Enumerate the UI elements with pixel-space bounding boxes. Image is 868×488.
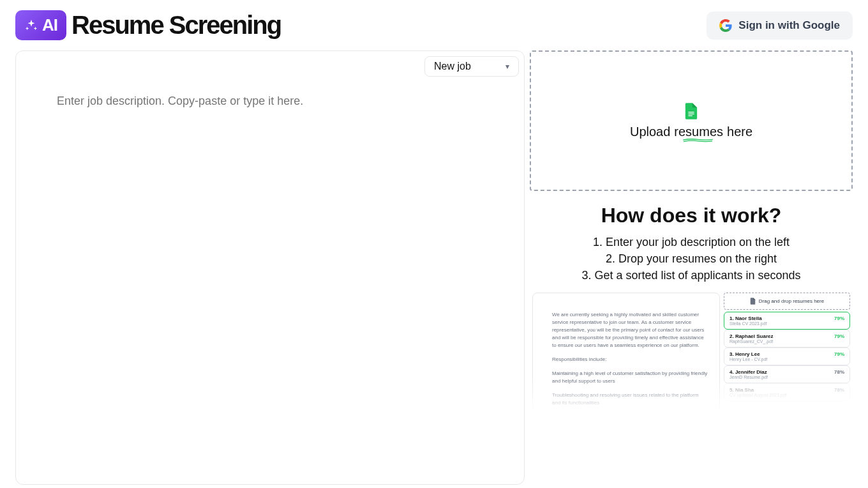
applicant-score: 79% bbox=[834, 333, 844, 339]
file-icon bbox=[750, 298, 756, 305]
applicant-name: 2. Raphael Suarez bbox=[730, 333, 773, 339]
signin-label: Sign in with Google bbox=[738, 19, 840, 32]
how-step-3: 3. Get a sorted list of applicants in se… bbox=[530, 267, 853, 284]
applicant-card: 4. Jennifer Diaz JennD Resume.pdf 78% bbox=[724, 365, 850, 383]
google-icon bbox=[719, 19, 732, 32]
header: AI Resume Screening Sign in with Google bbox=[0, 0, 868, 50]
job-select[interactable]: New job ▾ bbox=[424, 56, 519, 77]
applicant-name: 1. Naor Stella bbox=[730, 316, 767, 321]
how-title: How does it work? bbox=[530, 204, 853, 227]
sparkle-icon bbox=[24, 19, 38, 33]
ai-badge: AI bbox=[15, 10, 66, 40]
preview: We are currently seeking a highly motiva… bbox=[530, 293, 853, 411]
applicant-file: JennD Resume.pdf bbox=[730, 375, 768, 379]
chevron-down-icon: ▾ bbox=[505, 62, 509, 71]
file-icon bbox=[684, 103, 698, 119]
applicant-name: 4. Jennifer Diaz bbox=[730, 369, 768, 375]
applicant-name: 3. Henry Lee bbox=[730, 351, 767, 357]
applicant-file: Henry Lee - CV.pdf bbox=[730, 357, 767, 362]
preview-results: Drag and drop resumes here 1. Naor Stell… bbox=[724, 293, 850, 411]
applicant-file: RaphSuarez_CV_.pdf bbox=[730, 339, 773, 344]
job-select-label: New job bbox=[434, 61, 471, 72]
upload-text: Upload resumes here bbox=[630, 125, 752, 139]
applicant-score: 78% bbox=[834, 387, 844, 393]
upload-dropzone[interactable]: Upload resumes here bbox=[530, 50, 853, 191]
how-step-2: 2. Drop your resumes on the right bbox=[530, 250, 853, 267]
applicant-card: 2. Raphael Suarez RaphSuarez_CV_.pdf 79% bbox=[724, 330, 850, 347]
app-title: Resume Screening bbox=[71, 11, 281, 40]
applicant-score: 79% bbox=[834, 351, 844, 357]
how-step-1: 1. Enter your job description on the lef… bbox=[530, 234, 853, 250]
applicant-name: 5. Nia Sha bbox=[730, 387, 787, 393]
signin-google-button[interactable]: Sign in with Google bbox=[707, 11, 853, 40]
how-section: How does it work? 1. Enter your job desc… bbox=[530, 204, 853, 411]
logo-section: AI Resume Screening bbox=[15, 10, 281, 40]
preview-jd: We are currently seeking a highly motiva… bbox=[532, 293, 720, 411]
applicant-card: 5. Nia Sha CV updated August 2023.pdf 78… bbox=[724, 383, 850, 401]
applicant-score: 78% bbox=[834, 369, 844, 375]
main: New job ▾ Upload resumes here How does i… bbox=[0, 50, 868, 485]
job-description-textarea[interactable] bbox=[21, 56, 519, 479]
job-description-panel: New job ▾ bbox=[15, 50, 525, 485]
applicant-card: 1. Naor Stella Stella CV 2023.pdf 79% bbox=[724, 312, 850, 330]
applicant-file: Stella CV 2023.pdf bbox=[730, 321, 767, 326]
applicant-card: 3. Henry Lee Henry Lee - CV.pdf 79% bbox=[724, 347, 850, 365]
ai-label: AI bbox=[42, 15, 57, 35]
applicant-file: CV updated August 2023.pdf bbox=[730, 393, 787, 397]
how-steps: 1. Enter your job description on the lef… bbox=[530, 234, 853, 284]
preview-dropzone: Drag and drop resumes here bbox=[724, 293, 850, 310]
applicant-score: 79% bbox=[834, 316, 844, 321]
right-panel: Upload resumes here How does it work? 1.… bbox=[530, 50, 853, 485]
